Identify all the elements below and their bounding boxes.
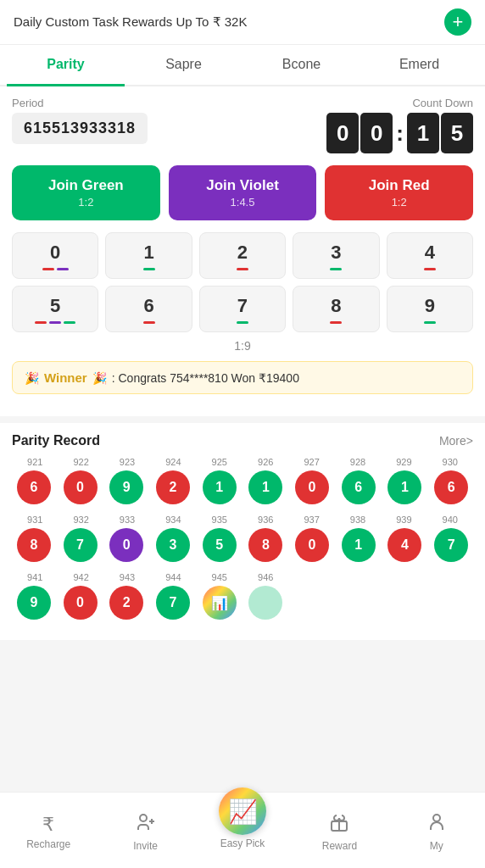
parity-record-section: Parity Record More> 921 922 923 924 925 … bbox=[0, 423, 485, 640]
num-9-bars bbox=[424, 320, 436, 325]
period-countdown-row: Period 615513933318 Count Down 0 0 : 1 5 bbox=[12, 97, 473, 153]
num-0-bars bbox=[42, 267, 69, 271]
circle-943: 2 bbox=[109, 586, 143, 620]
record-circles-3: 9 0 2 7 📊 bbox=[12, 586, 473, 620]
num-cell-0[interactable]: 0 bbox=[12, 232, 98, 279]
circle-927: 0 bbox=[295, 470, 329, 504]
circle-946 bbox=[248, 586, 282, 620]
num-cell-7[interactable]: 7 bbox=[199, 286, 286, 332]
nav-my[interactable]: My bbox=[388, 804, 485, 857]
record-row-2: 931 932 933 934 935 936 937 938 939 940 … bbox=[12, 515, 473, 562]
circle-934: 3 bbox=[156, 528, 190, 562]
tab-emerd[interactable]: Emerd bbox=[360, 45, 478, 86]
tab-sapre[interactable]: Sapre bbox=[125, 45, 242, 86]
nav-easy-pick[interactable]: 📈 Easy Pick bbox=[194, 779, 291, 854]
num-5: 5 bbox=[50, 295, 60, 317]
nav-invite[interactable]: Invite bbox=[97, 804, 193, 857]
period-block: Period 615513933318 bbox=[12, 97, 148, 144]
nav-reward-label: Reward bbox=[322, 840, 357, 852]
num-4: 4 bbox=[425, 242, 435, 264]
banner-text: Daily Custom Task Rewards Up To ₹ 32K bbox=[14, 14, 247, 30]
circle-925: 1 bbox=[203, 470, 237, 504]
num-1-bars bbox=[143, 267, 155, 271]
number-grid-top: 0 1 2 3 4 bbox=[12, 232, 473, 279]
circle-928: 6 bbox=[342, 470, 376, 504]
num-cell-2[interactable]: 2 bbox=[199, 232, 286, 279]
nav-recharge-label: Recharge bbox=[26, 838, 70, 850]
join-green-button[interactable]: Join Green 1:2 bbox=[12, 165, 160, 220]
join-red-label: Join Red bbox=[369, 177, 430, 194]
num-0: 0 bbox=[50, 242, 60, 264]
colon: : bbox=[394, 120, 405, 147]
record-circles-1: 6 0 9 2 1 1 0 6 1 6 bbox=[12, 470, 473, 504]
record-labels-1: 921 922 923 924 925 926 927 928 929 930 bbox=[12, 457, 473, 467]
record-labels-3: 941 942 943 944 945 946 bbox=[12, 572, 473, 582]
circle-929: 1 bbox=[387, 470, 421, 504]
join-red-button[interactable]: Join Red 1:2 bbox=[325, 165, 473, 220]
circle-932: 7 bbox=[64, 528, 98, 562]
join-violet-ratio: 1:4.5 bbox=[231, 196, 255, 209]
num-cell-6[interactable]: 6 bbox=[105, 286, 192, 332]
tab-parity[interactable]: Parity bbox=[7, 45, 125, 86]
num-cell-3[interactable]: 3 bbox=[293, 232, 379, 279]
circle-935: 5 bbox=[203, 528, 237, 562]
num-cell-4[interactable]: 4 bbox=[387, 232, 473, 279]
nav-my-label: My bbox=[430, 840, 443, 852]
digit-2: 1 bbox=[407, 113, 439, 153]
record-row-1: 921 922 923 924 925 926 927 928 929 930 … bbox=[12, 457, 473, 504]
circle-922: 0 bbox=[64, 470, 98, 504]
num-7-bars bbox=[237, 320, 248, 325]
record-more-link[interactable]: More> bbox=[439, 434, 473, 448]
digit-1: 0 bbox=[360, 113, 393, 153]
nav-recharge[interactable]: ₹ Recharge bbox=[0, 805, 97, 855]
nav-invite-label: Invite bbox=[133, 840, 158, 852]
circle-945: 📊 bbox=[203, 586, 237, 620]
record-header: Parity Record More> bbox=[12, 433, 473, 448]
circle-926: 1 bbox=[248, 470, 282, 504]
countdown-label: Count Down bbox=[326, 97, 473, 109]
num-cell-9[interactable]: 9 bbox=[387, 286, 473, 332]
join-violet-button[interactable]: Join Violet 1:4.5 bbox=[169, 165, 317, 220]
circle-923: 9 bbox=[109, 470, 143, 504]
num-2-bars bbox=[237, 267, 248, 271]
num-2: 2 bbox=[237, 242, 248, 264]
circle-936: 8 bbox=[248, 528, 282, 562]
join-red-ratio: 1:2 bbox=[392, 196, 407, 209]
winner-emoji2: 🎉 bbox=[92, 371, 107, 385]
join-violet-label: Join Violet bbox=[206, 177, 279, 194]
num-cell-5[interactable]: 5 bbox=[12, 286, 98, 332]
circle-924: 2 bbox=[156, 470, 190, 504]
ratio-label: 1:9 bbox=[12, 339, 473, 353]
num-cell-8[interactable]: 8 bbox=[293, 286, 379, 332]
countdown-block: Count Down 0 0 : 1 5 bbox=[326, 97, 473, 153]
svg-point-2 bbox=[433, 815, 440, 821]
num-5-bars bbox=[35, 320, 75, 325]
banner-plus-button[interactable]: + bbox=[444, 8, 471, 36]
num-7: 7 bbox=[237, 295, 248, 317]
circle-930: 6 bbox=[434, 470, 468, 504]
circle-940: 7 bbox=[434, 528, 468, 562]
nav-reward[interactable]: Reward bbox=[291, 804, 387, 857]
my-icon bbox=[426, 812, 447, 837]
record-labels-2: 931 932 933 934 935 936 937 938 939 940 bbox=[12, 515, 473, 525]
record-circles-2: 8 7 0 3 5 8 0 1 4 7 bbox=[12, 528, 473, 562]
winner-congrats: : Congrats 754****810 Won ₹19400 bbox=[112, 371, 299, 385]
num-8: 8 bbox=[331, 295, 341, 317]
circle-939: 4 bbox=[387, 528, 421, 562]
join-buttons: Join Green 1:2 Join Violet 1:4.5 Join Re… bbox=[12, 165, 473, 220]
num-3-bars bbox=[330, 267, 342, 271]
num-cell-1[interactable]: 1 bbox=[105, 232, 192, 279]
num-6-bars bbox=[143, 320, 155, 325]
countdown-digits: 0 0 : 1 5 bbox=[326, 113, 473, 153]
tab-bcone[interactable]: Bcone bbox=[242, 45, 360, 86]
num-1: 1 bbox=[143, 242, 153, 264]
circle-921: 6 bbox=[17, 470, 51, 504]
invite-icon bbox=[136, 812, 156, 837]
top-banner: Daily Custom Task Rewards Up To ₹ 32K + bbox=[0, 0, 485, 45]
num-4-bars bbox=[424, 267, 436, 271]
svg-point-0 bbox=[140, 815, 147, 821]
num-6: 6 bbox=[143, 295, 153, 317]
digit-3: 5 bbox=[441, 113, 473, 153]
nav-easy-pick-label: Easy Pick bbox=[220, 837, 265, 849]
winner-emoji1: 🎉 bbox=[25, 371, 39, 385]
